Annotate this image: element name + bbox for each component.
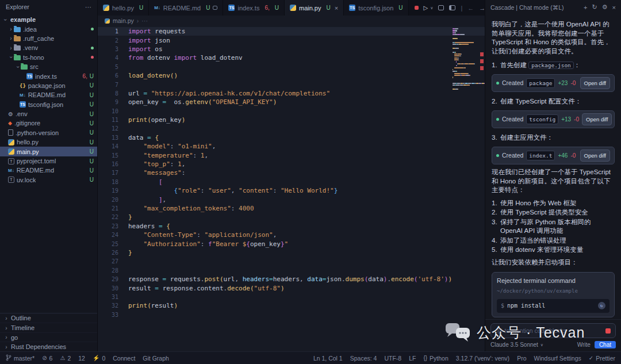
code-line[interactable]: 26}: [98, 248, 485, 257]
section-outline[interactable]: ›Outline: [0, 313, 97, 323]
close-panel-icon[interactable]: ×: [612, 4, 616, 11]
tab-README.md[interactable]: M↓README.mdU: [149, 0, 223, 16]
tree-item-.idea[interactable]: ›.idea: [0, 24, 97, 33]
open-diff-button[interactable]: Open diff: [580, 150, 610, 162]
tab-tsconfig.json[interactable]: TStsconfig.jsonU: [344, 0, 408, 16]
code-line[interactable]: 29response = requests.post(url, headers=…: [98, 275, 485, 283]
code-editor[interactable]: 1import requests2import json3import os4f…: [98, 26, 485, 351]
status-2[interactable]: ⚠2: [60, 354, 71, 362]
tree-item-.python-version[interactable]: .python-versionU: [0, 128, 97, 137]
tree-item-README.md[interactable]: M↓README.mdU: [0, 90, 97, 99]
code-line[interactable]: 4from dotenv import load_dotenv: [98, 53, 485, 62]
status-12[interactable]: 12: [78, 354, 85, 362]
status-0[interactable]: ⚡0: [93, 354, 105, 362]
tree-item-.venv[interactable]: ›.venv: [0, 43, 97, 52]
tree-item-.ruff-cache[interactable]: ›.ruff_cache: [0, 34, 97, 43]
tree-item-main.py[interactable]: main.pyU: [0, 147, 97, 156]
close-tab-icon[interactable]: ×: [335, 5, 338, 12]
code-line[interactable]: 10: [98, 107, 485, 116]
open-preview-icon[interactable]: [213, 6, 217, 10]
code-line[interactable]: 19 {"role": "user", "content": "Hello Wo…: [98, 186, 485, 195]
run-button[interactable]: ▷: [424, 5, 428, 11]
section-timeline[interactable]: ›Timeline: [0, 323, 97, 332]
nav-back-icon[interactable]: ←: [467, 5, 474, 12]
code-line[interactable]: 27: [98, 257, 485, 266]
status-ln-1-col-1[interactable]: Ln 1, Col 1: [313, 355, 343, 362]
code-line[interactable]: 12: [98, 124, 485, 133]
tab-main.py[interactable]: main.pyU×: [285, 0, 344, 16]
code-line[interactable]: 24 "Content-Type": "application/json",: [98, 231, 485, 239]
status-prettier[interactable]: ✓Prettier: [589, 355, 615, 362]
extension-red-icon[interactable]: [415, 6, 419, 10]
tree-item-ts-hono[interactable]: ›ts-hono: [0, 53, 97, 62]
code-line[interactable]: 8url = "https://api.openai-hk.com/v1/cha…: [98, 89, 485, 98]
code-line[interactable]: 18 [: [98, 178, 485, 186]
status-connect[interactable]: Connect: [113, 354, 135, 362]
chat-input[interactable]: [496, 327, 602, 335]
code-line[interactable]: 2import json: [98, 36, 485, 44]
minimap[interactable]: [453, 28, 478, 92]
tree-item-uv.lock[interactable]: Tuv.lockU: [0, 175, 97, 185]
code-line[interactable]: 16 "top_p": 1,: [98, 160, 485, 168]
history-icon[interactable]: ↻: [592, 3, 597, 11]
more-actions-icon[interactable]: ⋯: [85, 3, 91, 11]
code-line[interactable]: 17 "messages":: [98, 168, 485, 177]
tree-item-.env[interactable]: ⚙.envU: [0, 109, 97, 118]
tree-item-index.ts[interactable]: TSindex.ts6,U: [0, 71, 97, 81]
code-line[interactable]: 21 "max_completion_tokens": 4000: [98, 204, 485, 213]
layout-icon[interactable]: [449, 5, 455, 10]
tab-index.ts[interactable]: TSindex.ts6,U: [223, 0, 285, 16]
rerun-command-button[interactable]: ↻: [598, 302, 605, 309]
status-spaces-4[interactable]: Spaces: 4: [350, 355, 377, 362]
code-line[interactable]: 3import os: [98, 45, 485, 53]
status-master-[interactable]: master*: [6, 354, 34, 362]
new-chat-icon[interactable]: +: [584, 4, 587, 11]
settings-gear-icon[interactable]: ⚙: [602, 3, 608, 11]
section-rust-dependencies[interactable]: ›Rust Dependencies: [0, 342, 97, 351]
code-line[interactable]: 28: [98, 266, 485, 275]
code-line[interactable]: 14 "model": "o1-mini",: [98, 142, 485, 151]
model-selector[interactable]: Claude 3.5 Sonnet ∨: [490, 342, 543, 348]
status-git-graph[interactable]: Git Graph: [143, 354, 169, 362]
code-line[interactable]: 5: [98, 63, 485, 71]
status-utf-8[interactable]: UTF-8: [384, 355, 401, 362]
code-line[interactable]: 33: [98, 311, 485, 319]
code-line[interactable]: 11print(open_key): [98, 116, 485, 124]
tab-hello.py[interactable]: hello.pyU: [98, 0, 149, 16]
status-lf[interactable]: LF: [409, 355, 416, 362]
split-editor-icon[interactable]: [438, 5, 444, 10]
status-pro[interactable]: Pro: [517, 355, 526, 362]
code-line[interactable]: 9open_key = os.getenv("OPENAI_API_KEY"): [98, 98, 485, 106]
tree-item-example[interactable]: ›example: [0, 15, 97, 24]
code-line[interactable]: 20 ],: [98, 195, 485, 204]
code-line[interactable]: 31: [98, 293, 485, 301]
status-3-12-7-venv-venv-[interactable]: 3.12.7 ('venv': venv): [456, 355, 509, 362]
code-line[interactable]: 13data = {: [98, 133, 485, 142]
code-line[interactable]: 22}: [98, 213, 485, 221]
open-diff-button[interactable]: Open diff: [580, 77, 610, 90]
code-line[interactable]: 30result = response.content.decode("utf-…: [98, 283, 485, 292]
tree-item-pyproject.toml[interactable]: Tpyproject.tomlU: [0, 156, 97, 166]
tree-item-README.md[interactable]: M↓README.mdU: [0, 166, 97, 175]
chat-mode-button[interactable]: Chat: [595, 341, 616, 348]
status-6[interactable]: ⊘6: [42, 354, 52, 362]
tree-item-hello.py[interactable]: hello.pyU: [0, 137, 97, 147]
code-line[interactable]: 1import requests: [98, 27, 485, 36]
breadcrumb[interactable]: main.py › ⋯: [98, 16, 485, 26]
tree-item-tsconfig.json[interactable]: TStsconfig.jsonU: [0, 100, 97, 109]
code-line[interactable]: 15 "temperature": 1,: [98, 151, 485, 159]
status-python[interactable]: {}Python: [423, 355, 448, 362]
code-line[interactable]: 23headers = {: [98, 222, 485, 231]
tree-item-.gitignore[interactable]: ◆.gitignoreU: [0, 118, 97, 128]
tree-item-src[interactable]: ›src: [0, 62, 97, 71]
stop-icon[interactable]: [605, 328, 611, 334]
open-diff-button[interactable]: Open diff: [582, 113, 612, 126]
code-line[interactable]: 7: [98, 80, 485, 89]
section-go[interactable]: ›go: [0, 332, 97, 342]
code-line[interactable]: 6load_dotenv(): [98, 71, 485, 80]
code-line[interactable]: 25 "Authorization": f"Bearer ${open_key}…: [98, 239, 485, 248]
tree-item-package.json[interactable]: {}package.jsonU: [0, 81, 97, 90]
code-line[interactable]: 32print(result): [98, 301, 485, 310]
run-dropdown-caret[interactable]: ∨: [430, 6, 433, 10]
status-windsurf-settings[interactable]: Windsurf Settings: [534, 355, 581, 362]
